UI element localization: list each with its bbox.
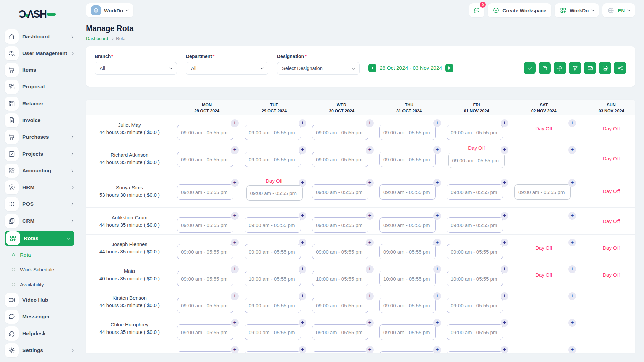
add-shift-button[interactable]: +	[366, 319, 374, 327]
shift-chip[interactable]: 09:00 am - 05:55 pm	[246, 185, 303, 201]
shift-chip[interactable]: 09:00 am - 05:55 pm	[245, 244, 301, 259]
sidebar-item-purchases[interactable]: Purchases	[0, 129, 79, 145]
shift-chip[interactable]: 09:00 am - 05:55 pm	[379, 324, 436, 340]
breadcrumb-link-dashboard[interactable]: Dashboard	[86, 36, 108, 41]
shift-chip[interactable]: 09:00 am - 05:55 pm	[177, 152, 233, 167]
print-button[interactable]	[599, 62, 611, 74]
add-shift-button[interactable]: +	[231, 346, 239, 353]
shift-chip[interactable]: 09:00 am - 05:55 pm	[177, 351, 233, 353]
add-shift-button[interactable]: +	[231, 146, 239, 154]
workspace-switcher[interactable]: WorkDo	[86, 3, 133, 17]
add-shift-button[interactable]: +	[568, 292, 576, 300]
add-shift-button[interactable]: +	[366, 346, 374, 353]
shift-chip[interactable]: 09:00 am - 05:55 pm	[447, 324, 503, 340]
shift-chip[interactable]: 09:00 am - 05:55 pm	[312, 324, 368, 340]
add-shift-button[interactable]: +	[366, 239, 374, 246]
add-shift-button[interactable]: +	[433, 119, 441, 127]
add-shift-button[interactable]: +	[501, 146, 508, 154]
designation-select[interactable]: Select Designation	[277, 62, 360, 75]
add-shift-button[interactable]: +	[501, 179, 508, 187]
sidebar-item-messenger[interactable]: Messenger	[0, 308, 79, 325]
add-shift-button[interactable]: +	[433, 346, 441, 353]
shift-chip[interactable]: 09:00 am - 05:55 pm	[379, 125, 436, 140]
sidebar-item-invoice[interactable]: Invoice	[0, 112, 79, 129]
add-shift-button[interactable]: +	[299, 179, 306, 187]
add-shift-button[interactable]: +	[366, 179, 374, 187]
shift-chip[interactable]: 09:00 am - 05:55 pm	[177, 244, 233, 259]
sidebar-subitem-availability[interactable]: Availability	[0, 277, 79, 292]
shift-chip[interactable]: 09:00 am - 05:55 pm	[448, 153, 505, 168]
add-shift-button[interactable]: +	[501, 292, 508, 300]
sidebar-item-hrm[interactable]: HRM	[0, 179, 79, 196]
messages-button[interactable]: 0	[469, 3, 484, 17]
add-shift-button[interactable]: +	[299, 319, 306, 327]
sidebar-item-dashboard[interactable]: Dashboard	[0, 28, 79, 45]
next-week-button[interactable]	[445, 64, 453, 72]
confirm-button[interactable]	[524, 62, 536, 74]
add-shift-button[interactable]: +	[366, 265, 374, 273]
shift-chip[interactable]: 10:00 am - 05:55 pm	[447, 271, 503, 286]
shift-chip[interactable]: 10:00 am - 05:55 pm	[245, 271, 301, 286]
add-shift-button[interactable]: +	[433, 292, 441, 300]
sidebar-item-projects[interactable]: Projects	[0, 145, 79, 162]
move-button[interactable]	[554, 62, 566, 74]
add-shift-button[interactable]: +	[231, 239, 239, 246]
add-shift-button[interactable]: +	[501, 239, 508, 246]
shift-chip[interactable]: 09:00 am - 05:55 pm	[312, 244, 368, 259]
shift-chip[interactable]: 09:00 am - 05:55 pm	[312, 217, 368, 233]
create-workspace-button[interactable]: Create Workspace	[488, 3, 551, 17]
previous-week-button[interactable]	[368, 64, 376, 72]
add-shift-button[interactable]: +	[568, 319, 576, 327]
shift-chip[interactable]: 09:00 am - 05:55 pm	[514, 184, 571, 200]
shift-chip[interactable]: 09:00 am - 05:55 pm	[245, 324, 301, 340]
add-shift-button[interactable]: +	[433, 212, 441, 220]
shift-chip[interactable]: 09:00 am - 05:55 pm	[177, 271, 233, 286]
add-shift-button[interactable]: +	[501, 212, 508, 220]
add-shift-button[interactable]: +	[231, 292, 239, 300]
sidebar-item-rotas[interactable]: Rotas	[5, 231, 74, 246]
shift-chip[interactable]: 09:00 am - 05:55 pm	[447, 244, 503, 259]
shift-chip[interactable]: 10:00 am - 05:55 pm	[312, 271, 368, 286]
department-select[interactable]: All	[186, 62, 268, 75]
shift-chip[interactable]: 09:00 am - 05:55 pm	[245, 351, 301, 353]
shift-chip[interactable]: 09:00 am - 05:55 pm	[245, 298, 301, 313]
add-shift-button[interactable]: +	[299, 146, 306, 154]
shift-chip[interactable]: 09:00 am - 05:55 pm	[379, 244, 436, 259]
shift-chip[interactable]: 09:00 am - 05:55 pm	[379, 152, 436, 167]
sidebar-item-items[interactable]: Items	[0, 62, 79, 78]
shift-chip[interactable]: 09:00 am - 05:55 pm	[245, 217, 301, 233]
shift-chip[interactable]: 09:00 am - 05:55 pm	[312, 152, 368, 167]
sidebar-item-settings[interactable]: Settings	[0, 342, 79, 359]
add-shift-button[interactable]: +	[568, 179, 576, 187]
shift-chip[interactable]: 09:00 am - 05:55 pm	[177, 324, 233, 340]
shift-chip[interactable]: 09:00 am - 05:55 pm	[177, 298, 233, 313]
add-shift-button[interactable]: +	[501, 119, 508, 127]
language-button[interactable]: EN	[602, 3, 635, 17]
shift-chip[interactable]: 09:00 am - 05:55 pm	[447, 351, 503, 353]
shift-chip[interactable]: 09:00 am - 05:55 pm	[379, 298, 436, 313]
shift-chip[interactable]: 10:00 am - 05:55 pm	[379, 271, 436, 286]
add-shift-button[interactable]: +	[231, 119, 239, 127]
sidebar-subitem-work-schedule[interactable]: Work Schedule	[0, 262, 79, 277]
sidebar-item-accounting[interactable]: Accounting	[0, 162, 79, 179]
shift-chip[interactable]: 09:00 am - 05:55 pm	[177, 125, 233, 140]
shift-chip[interactable]: 09:00 am - 05:55 pm	[312, 125, 368, 140]
add-shift-button[interactable]: +	[299, 119, 306, 127]
sidebar-subitem-rota[interactable]: Rota	[0, 247, 79, 262]
shift-chip[interactable]: 09:00 am - 05:55 pm	[379, 351, 436, 353]
shift-chip[interactable]: 09:00 am - 05:55 pm	[379, 217, 436, 233]
sidebar-item-proposal[interactable]: Proposal	[0, 78, 79, 95]
sidebar-item-crm[interactable]: CRM	[0, 213, 79, 229]
sidebar-item-helpdesk[interactable]: Helpdesk	[0, 325, 79, 342]
add-shift-button[interactable]: +	[231, 265, 239, 273]
shift-chip[interactable]: 09:00 am - 05:55 pm	[447, 298, 503, 313]
add-shift-button[interactable]: +	[433, 146, 441, 154]
sidebar-item-video-hub[interactable]: Video Hub	[0, 292, 79, 308]
shift-chip[interactable]: 09:00 am - 05:55 pm	[177, 184, 233, 200]
add-shift-button[interactable]: +	[231, 212, 239, 220]
add-shift-button[interactable]: +	[568, 346, 576, 353]
branch-select[interactable]: All	[95, 62, 177, 75]
add-shift-button[interactable]: +	[366, 146, 374, 154]
shift-chip[interactable]: 09:00 am - 05:55 pm	[245, 125, 301, 140]
add-shift-button[interactable]: +	[568, 119, 576, 127]
